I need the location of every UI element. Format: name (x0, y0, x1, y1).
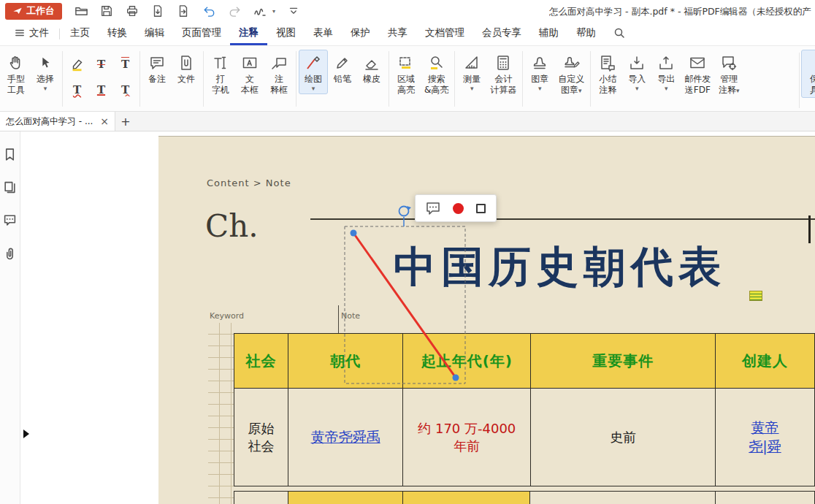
menu-file[interactable]: 文件 (6, 22, 58, 45)
customize-toolbar-icon[interactable] (286, 4, 301, 18)
menu-edit[interactable]: 编辑 (136, 22, 173, 45)
save-as-icon[interactable] (150, 4, 165, 18)
ink-sign-icon[interactable] (253, 4, 267, 18)
stamp-button[interactable]: 图章 ▾ (525, 50, 554, 94)
import-comments-button[interactable]: 导入 ▾ (622, 50, 651, 94)
summary-notes-icon (599, 52, 616, 74)
print-icon[interactable] (125, 4, 139, 18)
divider (389, 51, 389, 107)
squiggly-icon: T (73, 83, 81, 96)
export-icon (657, 52, 675, 74)
navigation-sidebar (0, 131, 20, 504)
manage-comments-button[interactable]: 管理 注释▾ (714, 50, 743, 98)
envelope-icon (689, 52, 706, 74)
measure-tool-button[interactable]: 测量 ▾ (457, 50, 486, 94)
replace-text-icon: T (121, 83, 129, 96)
menu-bar: 文件 主页 转换 编辑 页面管理 注释 视图 表单 保护 共享 文档管理 会员专… (0, 22, 815, 46)
menu-comment[interactable]: 注释 (230, 22, 267, 45)
select-tool-button[interactable]: 选择 ▾ (31, 50, 60, 94)
callout-button[interactable]: 注 释框 (264, 50, 294, 98)
pdf-page: Content > Note Ch. 中国历史朝代表 Keyword Note … (158, 136, 815, 504)
panel-expand-arrow-icon[interactable] (23, 429, 29, 438)
strikethrough-icon: T (97, 58, 105, 71)
menu-member[interactable]: 会员专享 (473, 22, 530, 45)
annotation-overlay (158, 137, 815, 504)
eraser-tool-button[interactable]: 橡皮 (357, 50, 386, 87)
highlight-text-button[interactable] (65, 51, 89, 77)
manage-comments-icon (720, 52, 738, 74)
accounting-calculator-button[interactable]: 会计 计算器 (486, 50, 520, 98)
search-highlight-button[interactable]: 搜索 &高亮 (421, 50, 452, 98)
underline-text-button[interactable]: T (89, 77, 113, 102)
chevron-down-icon: ▾ (736, 87, 740, 94)
line-endpoint-handle[interactable] (351, 230, 357, 237)
workspace-button[interactable]: 工作台 (5, 3, 62, 20)
drawing-tool-button[interactable]: 绘图 ▾ (299, 50, 328, 94)
rotate-handle-icon[interactable] (399, 207, 409, 216)
page-thumbnails-icon[interactable] (3, 180, 17, 194)
menu-accessibility[interactable]: 辅助 (530, 22, 567, 45)
menu-share[interactable]: 共享 (379, 22, 416, 45)
squiggly-underline-button[interactable]: T (65, 77, 89, 102)
typewriter-button[interactable]: 打 字机 (206, 50, 235, 98)
menu-search-button[interactable] (605, 22, 634, 45)
document-viewport[interactable]: Content > Note Ch. 中国历史朝代表 Keyword Note … (20, 131, 815, 504)
divider (62, 51, 63, 107)
email-fdf-button[interactable]: 邮件发 送FDF (681, 50, 714, 98)
menu-view[interactable]: 视图 (267, 22, 305, 45)
summarize-comments-button[interactable]: 小结 注释 (593, 50, 622, 98)
pencil-tool-button[interactable]: 铅笔 (328, 50, 357, 87)
foxit-logo-icon (12, 6, 23, 16)
menu-page-management[interactable]: 页面管理 (173, 22, 230, 45)
draw-line-icon (305, 52, 322, 74)
search-highlight-icon (428, 52, 445, 74)
insert-text-icon: T (121, 58, 129, 71)
red-line-annotation[interactable] (353, 233, 456, 378)
strikethrough-text-button[interactable]: T (89, 51, 113, 77)
menu-home[interactable]: 主页 (61, 22, 99, 45)
menu-document-management[interactable]: 文档管理 (416, 22, 473, 45)
divider (296, 51, 296, 107)
add-comment-icon[interactable] (426, 202, 440, 215)
undo-icon[interactable] (202, 4, 216, 18)
area-highlight-button[interactable]: 区域 高亮 (391, 50, 421, 98)
note-comment-button[interactable]: 备注 (142, 50, 172, 87)
custom-stamp-button[interactable]: 自定义 图章▾ (554, 50, 588, 98)
bookmarks-panel-icon[interactable] (3, 148, 17, 161)
ink-sign-dropdown-icon[interactable]: ▾ (272, 8, 275, 15)
document-tab-bar: 怎么面对高中学习 - ... × + (0, 112, 815, 131)
divider (522, 51, 523, 107)
menu-convert[interactable]: 转换 (99, 22, 136, 45)
tab-close-icon[interactable]: × (100, 115, 109, 127)
keep-tool-selected-button[interactable]: 保持工 具选择 (801, 50, 815, 98)
menu-help[interactable]: 帮助 (567, 22, 605, 45)
textbox-button[interactable]: 文 本框 (235, 50, 264, 98)
open-folder-icon[interactable] (74, 4, 88, 18)
menu-protect[interactable]: 保护 (342, 22, 379, 45)
comments-panel-icon[interactable] (3, 213, 17, 227)
save-icon[interactable] (99, 4, 114, 18)
divider (590, 51, 591, 107)
file-attachment-icon (177, 52, 195, 74)
calculator-icon (494, 52, 512, 74)
menu-form[interactable]: 表单 (305, 22, 342, 45)
hand-tool-button[interactable]: 手型 工具 (1, 50, 31, 98)
custom-stamp-icon (562, 52, 580, 74)
tab-label: 怎么面对高中学习 - ... (6, 115, 96, 128)
attach-file-button[interactable]: 文件 (172, 50, 201, 87)
export-comments-button[interactable]: 导出 ▾ (651, 50, 681, 94)
document-tab[interactable]: 怎么面对高中学习 - ... × (0, 112, 115, 131)
fill-style-button[interactable] (476, 204, 486, 213)
convert-file-icon[interactable] (176, 4, 191, 18)
line-color-swatch[interactable] (453, 203, 464, 214)
redo-icon[interactable] (227, 4, 242, 18)
attachments-panel-icon[interactable] (3, 246, 17, 260)
insert-text-button[interactable]: T (113, 51, 137, 77)
callout-icon (270, 52, 288, 74)
line-endpoint-handle[interactable] (453, 375, 459, 381)
divider (454, 51, 455, 107)
new-tab-button[interactable]: + (115, 112, 136, 131)
replace-text-button[interactable]: T (113, 77, 137, 102)
highlighter-icon (69, 56, 85, 72)
typewriter-icon (212, 52, 229, 74)
